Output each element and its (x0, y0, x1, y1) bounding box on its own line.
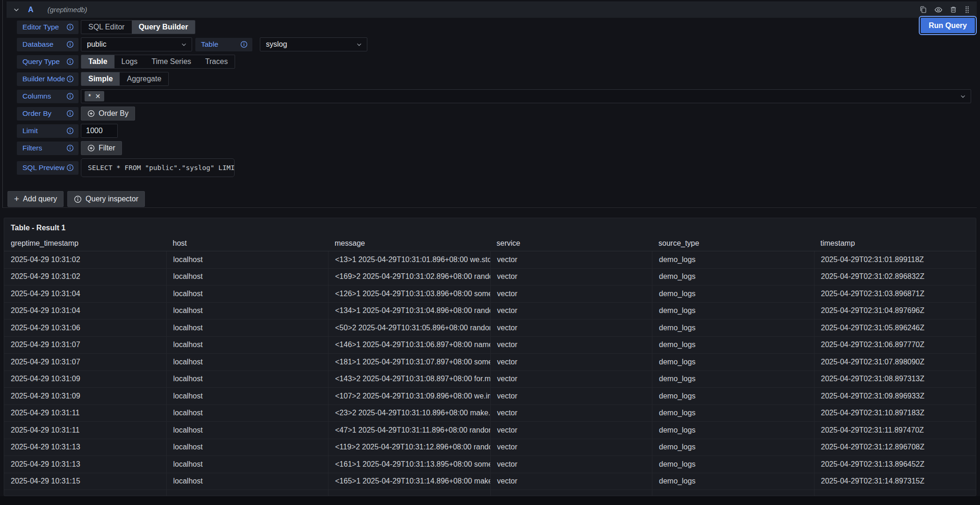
columns-multiselect[interactable]: * ✕ (81, 89, 971, 103)
table-cell: 2025-04-29T02:31:05.896246Z (814, 320, 976, 336)
run-query-button[interactable]: Run Query (921, 18, 975, 33)
query-inspector-button[interactable]: Query inspector (67, 191, 145, 207)
table-cell: 2025-04-29T02:31:12.896708Z (814, 439, 976, 456)
order-by-row: Order By Order By (17, 107, 977, 121)
table-cell: vector (490, 269, 652, 285)
info-icon[interactable] (66, 144, 74, 152)
order-by-label: Order By (17, 107, 79, 121)
builder-mode-option-simple[interactable]: Simple (81, 72, 120, 85)
table-cell: localhost (166, 269, 329, 285)
table-cell: 2025-04-29 10:31:09 (4, 371, 166, 388)
table-cell: demo_logs (652, 269, 814, 285)
table-cell: vector (490, 456, 652, 473)
column-header-source-type[interactable]: source_type (652, 236, 814, 251)
plus-circle-icon (87, 144, 95, 152)
table-row: 2025-04-29 10:31:13 localhost <119>2 202… (4, 439, 976, 456)
add-filter-button[interactable]: Filter (81, 141, 122, 155)
query-type-option-table[interactable]: Table (81, 55, 114, 68)
copy-icon[interactable] (919, 6, 927, 14)
builder-mode-option-aggregate[interactable]: Aggregate (120, 72, 168, 85)
eye-icon[interactable] (934, 6, 943, 14)
table-cell: <169>2 2025-04-29T10:31:02.896+08:00 ran… (328, 269, 490, 285)
table-cell: vector (490, 439, 652, 456)
table-cell: <165>1 2025-04-29T10:31:14.896+08:00 mak… (328, 473, 490, 490)
info-icon[interactable] (66, 92, 74, 100)
limit-input[interactable] (81, 124, 118, 138)
table-cell: demo_logs (652, 337, 814, 354)
datasource-hint: (greptimedb) (48, 6, 87, 14)
info-icon[interactable] (66, 41, 74, 48)
editor-type-option-query-builder[interactable]: Query Builder (132, 21, 195, 34)
table-cell: <47>1 2025-04-29T10:31:11.896+08:00 rand… (328, 422, 490, 439)
info-icon[interactable] (66, 75, 74, 83)
table-row: 2025-04-29 10:31:13 localhost <161>1 202… (4, 456, 976, 473)
table-row: 2025-04-29 10:31:15 localhost <165>1 202… (4, 473, 976, 491)
table-cell: 2025-04-29 10:31:11 (4, 422, 166, 439)
table-cell: 2025-04-29 10:31:07 (4, 337, 166, 354)
column-header-service[interactable]: service (490, 236, 652, 251)
table-cell: demo_logs (652, 405, 814, 422)
table-cell: 2025-04-29T02:31:04.897696Z (814, 303, 976, 320)
info-icon[interactable] (66, 127, 74, 135)
database-select[interactable]: public (81, 37, 192, 51)
info-icon[interactable] (66, 58, 74, 65)
query-type-option-traces[interactable]: Traces (198, 55, 235, 68)
info-icon[interactable] (66, 164, 74, 171)
table-cell: 2025-04-29 10:31:09 (4, 388, 166, 405)
table-cell: 2025-04-29T02:31:13.896452Z (814, 456, 976, 473)
plus-circle-icon (87, 110, 95, 117)
table-cell: <146>1 2025-04-29T10:31:06.897+08:00 nam… (328, 337, 490, 354)
table-cell: <23>2 2025-04-29T10:31:10.896+08:00 make… (328, 405, 490, 422)
info-icon[interactable] (240, 41, 248, 48)
columns-row: Columns * ✕ (17, 89, 977, 103)
database-table-row: Database public Table syslog (17, 37, 977, 51)
table-cell: demo_logs (652, 320, 814, 336)
table-cell: 2025-04-29 10:31:04 (4, 303, 166, 320)
table-cell: 2025-04-29 10:31:11 (4, 405, 166, 422)
trash-icon[interactable] (950, 6, 957, 14)
table-select[interactable]: syslog (260, 37, 367, 51)
table-cell: demo_logs (652, 285, 814, 302)
table-cell: vector (490, 251, 652, 268)
editor-type-option-sql-editor[interactable]: SQL Editor (81, 21, 132, 34)
table-cell: <143>2 2025-04-29T10:31:08.897+08:00 for… (328, 371, 490, 388)
table-row: 2025-04-29 10:31:09 localhost <143>2 202… (4, 371, 976, 388)
table-cell: localhost (166, 388, 329, 405)
table-cell: 2025-04-29T02:31:02.896832Z (814, 269, 976, 285)
query-type-option-logs[interactable]: Logs (114, 55, 145, 68)
table-cell: 2025-04-29 10:31:15 (4, 473, 166, 490)
table-cell: <181>1 2025-04-29T10:31:07.897+08:00 som… (328, 354, 490, 370)
query-row-header: A (greptimedb) (7, 1, 977, 18)
table-cell: 2025-04-29 10:31:13 (4, 439, 166, 456)
column-header-host[interactable]: host (166, 236, 329, 251)
info-icon[interactable] (66, 23, 74, 31)
table-cell: demo_logs (652, 371, 814, 388)
query-type-row: Query Type Table Logs Time Series Traces (17, 55, 977, 69)
table-select-value: syslog (266, 40, 287, 49)
query-type-option-time-series[interactable]: Time Series (144, 55, 198, 68)
column-header-greptime-timestamp[interactable]: greptime_timestamp (4, 236, 166, 251)
remove-column-icon[interactable]: ✕ (95, 93, 100, 100)
column-header-timestamp[interactable]: timestamp (814, 236, 976, 251)
column-header-message[interactable]: message (328, 236, 490, 251)
chevron-down-icon (960, 93, 966, 100)
collapse-chevron-icon[interactable] (13, 7, 20, 13)
info-icon[interactable] (66, 110, 74, 117)
results-panel: Table - Result 1 greptime_timestamp host… (4, 218, 976, 496)
table-cell: 2025-04-29T02:31:09.896933Z (814, 388, 976, 405)
add-order-by-button[interactable]: Order By (81, 107, 135, 121)
table-cell: vector (490, 354, 652, 370)
table-row: 2025-04-29 10:31:07 localhost <181>1 202… (4, 354, 976, 371)
table-cell: 2025-04-29T02:31:07.898090Z (814, 354, 976, 370)
table-row: 2025-04-29 10:31:11 localhost <47>1 2025… (4, 422, 976, 439)
table-cell: 2025-04-29T02:31:06.897770Z (814, 337, 976, 354)
query-ref-id[interactable]: A (28, 6, 34, 14)
table-cell: localhost (166, 320, 329, 336)
add-query-button[interactable]: + Add query (7, 191, 64, 207)
drag-handle-icon[interactable] (964, 6, 970, 14)
sql-preview-code: SELECT * FROM "public"."syslog" LIMIT 10… (81, 158, 235, 177)
table-cell: 2025-04-29T02:31:08.897313Z (814, 371, 976, 388)
database-label: Database (17, 38, 79, 51)
table-row: 2025-04-29 10:31:04 localhost <126>1 202… (4, 285, 976, 303)
builder-mode-group: Simple Aggregate (81, 72, 169, 86)
